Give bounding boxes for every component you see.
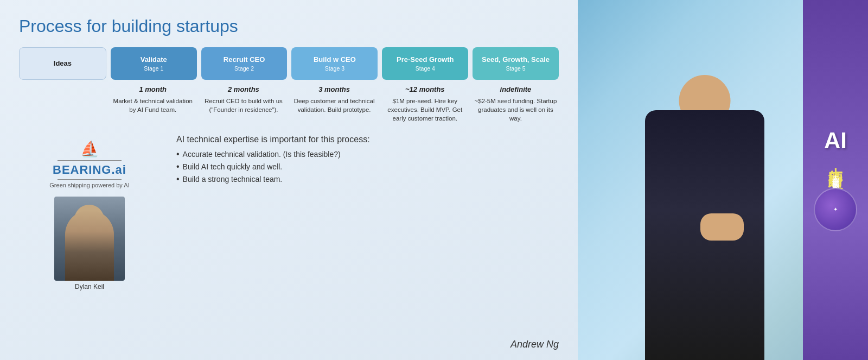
- timeline-3: 3 months: [291, 85, 378, 93]
- decorative-circle: ✦: [814, 188, 857, 231]
- ai-bullet-2: Build AI tech quickly and well.: [176, 162, 559, 172]
- ai-expertise-col: AI technical expertise is important for …: [171, 135, 559, 290]
- chinese-subtitle: 人工智慧如何形塑人類未來: [831, 169, 840, 182]
- brand-text: BEARING.ai: [53, 163, 126, 176]
- stage-seed-label: Seed, Growth, Scale: [482, 55, 550, 64]
- person-name: Dylan Keil: [75, 283, 104, 290]
- stage-preseed-sub: Stage 4: [416, 65, 435, 72]
- slide-panel: Process for building startups Ideas Vali…: [0, 0, 578, 360]
- desc-4: $1M pre-seed. Hire key executives. Build…: [382, 97, 468, 123]
- bearing-divider: [58, 160, 122, 161]
- logo-person-col: ⛵ BEARING.ai Green shipping powered by A…: [19, 135, 160, 290]
- timeline-5: indefinite: [473, 85, 559, 93]
- brand-name: BEARING.ai: [49, 163, 129, 177]
- chinese-main-title: 大師論壇: [827, 156, 844, 165]
- desc-row: Market & technical validation by AI Fund…: [19, 97, 559, 123]
- stage-preseed: Pre-Seed Growth Stage 4: [382, 47, 468, 80]
- stage-build-sub: Stage 3: [325, 65, 344, 72]
- timeline-1: 1 month: [110, 85, 196, 93]
- desc-2: Recruit CEO to build with us ("Founder i…: [200, 97, 286, 123]
- timeline-0: [19, 85, 105, 93]
- speaker-figure: [612, 61, 797, 360]
- bearing-logo: ⛵ BEARING.ai Green shipping powered by A…: [49, 140, 129, 188]
- ship-icon: ⛵: [49, 140, 129, 158]
- ai-bullet-3: Build a strong technical team.: [176, 175, 559, 184]
- desc-3: Deep customer and technical validation. …: [291, 97, 378, 123]
- stage-validate-label: Validate: [141, 55, 167, 64]
- stage-build: Build w CEO Stage 3: [291, 47, 378, 80]
- bearing-divider2: [58, 179, 122, 180]
- stage-preseed-label: Pre-Seed Growth: [397, 55, 454, 64]
- stage-recruit-sub: Stage 2: [234, 65, 254, 72]
- desc-1: Market & technical validation by AI Fund…: [110, 97, 196, 123]
- stage-validate: Validate Stage 1: [111, 47, 197, 80]
- speaker-signature: Andrew Ng: [510, 339, 559, 350]
- stage-recruit-label: Recruit CEO: [224, 55, 265, 64]
- stage-validate-sub: Stage 1: [144, 65, 163, 72]
- ai-expertise-title: AI technical expertise is important for …: [176, 135, 559, 144]
- stage-build-label: Build w CEO: [314, 55, 356, 64]
- speaker-panel: AI 大師論壇 人工智慧如何形塑人類未來 ✦: [578, 0, 868, 360]
- decorative-inner: ✦: [833, 206, 838, 212]
- ai-bullet-1: Accurate technical validation. (Is this …: [176, 150, 559, 159]
- right-overlay: AI 大師論壇 人工智慧如何形塑人類未來 ✦: [803, 0, 868, 360]
- brand-tagline: Green shipping powered by AI: [49, 182, 129, 188]
- speaker-background: AI 大師論壇 人工智慧如何形塑人類未來 ✦: [578, 0, 868, 360]
- stage-seed-sub: Stage 5: [506, 65, 525, 72]
- timeline-row: 1 month 2 months 3 months ~12 months ind…: [19, 85, 559, 93]
- desc-0: [19, 97, 105, 123]
- slide-title: Process for building startups: [19, 16, 559, 36]
- speaker-hand: [700, 213, 744, 241]
- stage-recruit: Recruit CEO Stage 2: [201, 47, 288, 80]
- stage-seed: Seed, Growth, Scale Stage 5: [473, 47, 559, 80]
- person-body: [65, 210, 114, 281]
- timeline-4: ~12 months: [382, 85, 468, 93]
- stage-ideas-label: Ideas: [54, 59, 72, 68]
- timeline-2: 2 months: [200, 85, 286, 93]
- bottom-section: ⛵ BEARING.ai Green shipping powered by A…: [19, 135, 559, 290]
- stages-row: Ideas Validate Stage 1 Recruit CEO Stage…: [19, 47, 559, 80]
- person-photo: [54, 197, 125, 281]
- ai-badge: AI: [824, 129, 847, 152]
- desc-5: ~$2-5M seed funding. Startup graduates a…: [473, 97, 559, 123]
- stage-ideas: Ideas: [19, 47, 106, 80]
